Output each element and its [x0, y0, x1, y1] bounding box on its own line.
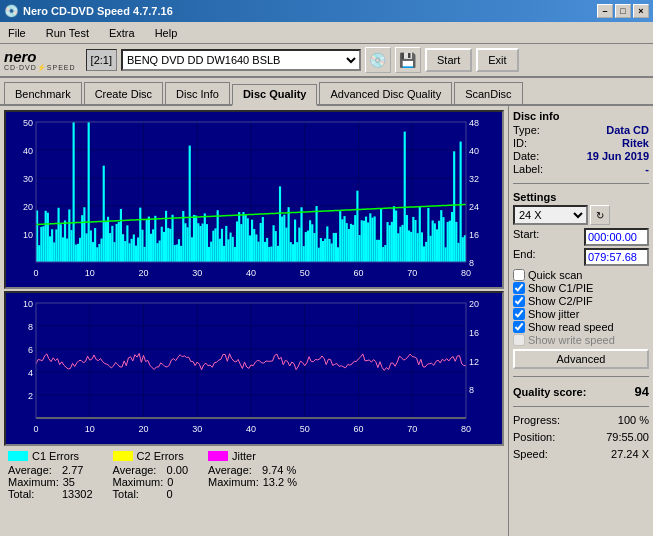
legend-c1-max-label: Maximum: — [8, 476, 59, 488]
legend-c1-color — [8, 451, 28, 461]
legend-jitter-avg-value: 9.74 % — [262, 464, 296, 476]
top-chart — [4, 110, 504, 289]
legend-c1-total-label: Total: — [8, 488, 58, 500]
disc-id-label: ID: — [513, 137, 527, 149]
start-time-field[interactable]: 000:00.00 — [584, 228, 649, 246]
legend-c1: C1 Errors Average: 2.77 Maximum: 35 Tota… — [8, 450, 93, 500]
disc-label-value: - — [645, 163, 649, 175]
toolbar: nero CD·DVD⚡SPEED [2:1] BENQ DVD DD DW16… — [0, 44, 653, 78]
position-value: 79:55.00 — [606, 431, 649, 443]
disc-date-row: Date: 19 Jun 2019 — [513, 150, 649, 162]
speed-select[interactable]: 24 X Max 1 X 2 X 4 X 8 X 16 X 32 X 40 X … — [513, 205, 588, 225]
tab-scandisc[interactable]: ScanDisc — [454, 82, 522, 104]
app-title: Nero CD-DVD Speed 4.7.7.16 — [23, 5, 173, 17]
disc-info-section: Disc info Type: Data CD ID: Ritek Date: … — [513, 110, 649, 176]
tab-advanced-disc-quality[interactable]: Advanced Disc Quality — [319, 82, 452, 104]
legend-c2-avg-value: 0.00 — [167, 464, 188, 476]
settings-section: Settings 24 X Max 1 X 2 X 4 X 8 X 16 X 3… — [513, 191, 649, 369]
show-write-speed-row: Show write speed — [513, 334, 649, 346]
speed-display-value: 27.24 X — [611, 448, 649, 460]
show-jitter-checkbox[interactable] — [513, 308, 525, 320]
advanced-button[interactable]: Advanced — [513, 349, 649, 369]
legend-c2: C2 Errors Average: 0.00 Maximum: 0 Total… — [113, 450, 188, 500]
menubar: File Run Test Extra Help — [0, 22, 653, 44]
divider-3 — [513, 406, 649, 407]
legend-jitter-color — [208, 451, 228, 461]
maximize-button[interactable]: □ — [615, 4, 631, 18]
show-read-speed-label: Show read speed — [528, 321, 614, 333]
tab-disc-info[interactable]: Disc Info — [165, 82, 230, 104]
titlebar: 💿 Nero CD-DVD Speed 4.7.7.16 – □ × — [0, 0, 653, 22]
legend-c2-total-value: 0 — [167, 488, 173, 500]
legend-c1-avg-label: Average: — [8, 464, 58, 476]
legend-jitter: Jitter Average: 9.74 % Maximum: 13.2 % — [208, 450, 297, 500]
show-c1-checkbox[interactable] — [513, 282, 525, 294]
show-c2-checkbox[interactable] — [513, 295, 525, 307]
close-button[interactable]: × — [633, 4, 649, 18]
nero-subtitle: CD·DVD⚡SPEED — [4, 64, 76, 71]
tab-create-disc[interactable]: Create Disc — [84, 82, 163, 104]
disc-info-title: Disc info — [513, 110, 649, 122]
legend-c2-max-row: Maximum: 0 — [113, 476, 188, 488]
show-jitter-label: Show jitter — [528, 308, 579, 320]
position-row: Position: 79:55.00 — [513, 431, 649, 443]
disc-id-value: Ritek — [622, 137, 649, 149]
menu-file[interactable]: File — [4, 25, 30, 41]
show-c2-row: Show C2/PIF — [513, 295, 649, 307]
legend-c2-header: C2 Errors — [113, 450, 188, 462]
legend-c1-total-value: 13302 — [62, 488, 93, 500]
disc-label-row: Label: - — [513, 163, 649, 175]
titlebar-controls: – □ × — [597, 4, 649, 18]
progress-value: 100 % — [618, 414, 649, 426]
disc-date-label: Date: — [513, 150, 539, 162]
legend-c2-avg-row: Average: 0.00 — [113, 464, 188, 476]
quality-score-row: Quality score: 94 — [513, 384, 649, 399]
legend-c1-average-row: Average: 2.77 — [8, 464, 93, 476]
menu-help[interactable]: Help — [151, 25, 182, 41]
menu-run-test[interactable]: Run Test — [42, 25, 93, 41]
tab-disc-quality[interactable]: Disc Quality — [232, 84, 318, 106]
show-c2-label: Show C2/PIF — [528, 295, 593, 307]
legend-c2-total-row: Total: 0 — [113, 488, 188, 500]
settings-title: Settings — [513, 191, 649, 203]
start-button[interactable]: Start — [425, 48, 472, 72]
legend-jitter-max-label: Maximum: — [208, 476, 259, 488]
nero-logo: nero CD·DVD⚡SPEED — [4, 49, 76, 71]
show-read-speed-checkbox[interactable] — [513, 321, 525, 333]
main-content: C1 Errors Average: 2.77 Maximum: 35 Tota… — [0, 106, 653, 536]
bottom-chart — [4, 291, 504, 446]
quality-score-value: 94 — [635, 384, 649, 399]
disc-date-value: 19 Jun 2019 — [587, 150, 649, 162]
end-label: End: — [513, 248, 536, 266]
legend-c1-avg-value: 2.77 — [62, 464, 83, 476]
legend-jitter-header: Jitter — [208, 450, 297, 462]
legend-c1-header: C1 Errors — [8, 450, 93, 462]
drive-select[interactable]: BENQ DVD DD DW1640 BSLB — [121, 49, 361, 71]
start-label: Start: — [513, 228, 539, 246]
legend-c1-max-value: 35 — [63, 476, 75, 488]
end-time-field[interactable]: 079:57.68 — [584, 248, 649, 266]
quick-scan-checkbox[interactable] — [513, 269, 525, 281]
legend-c2-label: C2 Errors — [137, 450, 184, 462]
progress-label: Progress: — [513, 414, 560, 426]
legend-c2-max-label: Maximum: — [113, 476, 164, 488]
legend-c2-max-value: 0 — [167, 476, 173, 488]
tab-benchmark[interactable]: Benchmark — [4, 82, 82, 104]
end-row: End: 079:57.68 — [513, 248, 649, 266]
legend-c1-max-row: Maximum: 35 — [8, 476, 93, 488]
quick-scan-row: Quick scan — [513, 269, 649, 281]
show-c1-label: Show C1/PIE — [528, 282, 593, 294]
exit-button[interactable]: Exit — [476, 48, 518, 72]
minimize-button[interactable]: – — [597, 4, 613, 18]
progress-row: Progress: 100 % — [513, 414, 649, 426]
disc-type-row: Type: Data CD — [513, 124, 649, 136]
save-button[interactable]: 💾 — [395, 47, 421, 73]
refresh-button[interactable]: ↻ — [590, 205, 610, 225]
show-jitter-row: Show jitter — [513, 308, 649, 320]
menu-extra[interactable]: Extra — [105, 25, 139, 41]
legend: C1 Errors Average: 2.77 Maximum: 35 Tota… — [4, 448, 504, 502]
eject-button[interactable]: 💿 — [365, 47, 391, 73]
app-icon: 💿 — [4, 4, 19, 18]
right-panel: Disc info Type: Data CD ID: Ritek Date: … — [508, 106, 653, 536]
nero-text: nero — [4, 49, 37, 64]
